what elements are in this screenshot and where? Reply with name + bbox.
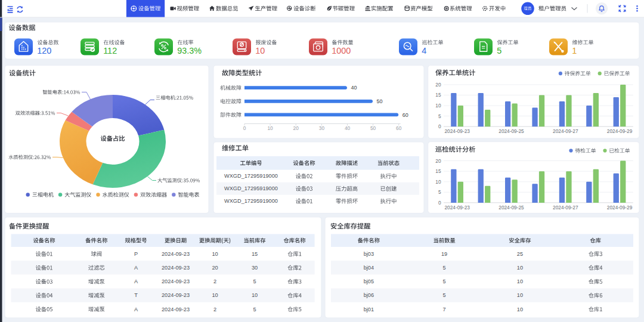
svg-text:5: 5 [253,306,256,312]
svg-text:2024-09-23: 2024-09-23 [162,265,190,271]
svg-text:5: 5 [438,113,441,119]
svg-text:2024-09-27: 2024-09-27 [553,128,578,134]
svg-text:120: 120 [37,46,51,55]
svg-text:2024-09-23: 2024-09-23 [162,306,190,312]
svg-text:bj06: bj06 [364,292,374,298]
svg-text:5: 5 [443,292,446,298]
svg-text:5: 5 [443,278,446,284]
svg-text:0: 0 [243,125,246,131]
svg-text:WXGD_17295919000: WXGD_17295919000 [224,185,278,191]
svg-text:20: 20 [293,125,299,131]
svg-text:15: 15 [435,92,441,98]
svg-text:A: A [134,278,138,284]
svg-text:10: 10 [267,125,273,131]
svg-text:15: 15 [435,168,441,174]
svg-text:5: 5 [438,189,441,195]
svg-text:2024-09-23: 2024-09-23 [444,128,470,134]
svg-text:4: 4 [422,46,426,55]
svg-text:40: 40 [351,85,357,91]
svg-text:2024-09-23: 2024-09-23 [444,205,470,210]
svg-text:bj04: bj04 [364,265,374,271]
svg-text:10: 10 [435,179,441,185]
svg-text:20: 20 [212,265,218,271]
svg-text:P: P [134,251,138,257]
svg-text:2024-09-23: 2024-09-23 [162,278,190,284]
svg-text:93.3%: 93.3% [177,46,202,55]
svg-text:60: 60 [396,125,402,131]
svg-text:50: 50 [370,125,376,131]
svg-text:2024-09-25: 2024-09-25 [499,205,524,210]
svg-text:5: 5 [253,278,256,284]
svg-text:bj03: bj03 [364,251,374,257]
svg-text:2024-09-27: 2024-09-27 [553,205,578,210]
svg-text:15: 15 [252,251,258,257]
svg-text:30: 30 [252,265,258,271]
svg-text:7: 7 [443,306,446,312]
svg-text:10: 10 [517,292,523,298]
svg-text:20: 20 [435,158,441,164]
svg-text:2024-09-23: 2024-09-23 [162,251,190,257]
svg-text:WXGD_17295919000: WXGD_17295919000 [224,173,278,179]
svg-text:10: 10 [435,103,441,109]
svg-text:30: 30 [319,125,325,131]
svg-text:10: 10 [517,265,523,271]
svg-text:bj01: bj01 [364,306,374,312]
svg-text:10: 10 [212,292,218,298]
svg-text:20: 20 [435,82,441,88]
svg-text:A: A [134,265,138,271]
svg-text:60: 60 [402,112,408,118]
svg-text:19: 19 [441,251,447,257]
svg-text:WXGD_17295919000: WXGD_17295919000 [224,198,278,204]
svg-text:0: 0 [438,123,441,129]
svg-text:2024-09-25: 2024-09-25 [499,128,524,134]
svg-text:10: 10 [255,46,265,55]
svg-text:A: A [134,306,138,312]
svg-text:40: 40 [345,125,351,131]
svg-text:2024-09-29: 2024-09-29 [607,205,633,210]
svg-text:25: 25 [517,251,523,257]
svg-text:112: 112 [103,46,117,55]
svg-text:2: 2 [213,278,216,284]
svg-text:2024-09-29: 2024-09-29 [607,128,633,134]
svg-text:0: 0 [438,200,441,206]
svg-text:10: 10 [517,306,523,312]
svg-text:10: 10 [252,292,258,298]
svg-text:1: 1 [572,46,577,55]
svg-text:5: 5 [497,46,501,55]
svg-text:5: 5 [443,265,446,271]
svg-text:2: 2 [213,306,216,312]
svg-text:bj05: bj05 [364,278,374,284]
svg-text:50: 50 [377,98,383,104]
svg-text:10: 10 [517,278,523,284]
svg-text:T: T [134,292,138,298]
svg-text:10: 10 [212,251,218,257]
svg-text:2024-09-23: 2024-09-23 [162,292,190,298]
svg-text:1000: 1000 [332,46,351,55]
